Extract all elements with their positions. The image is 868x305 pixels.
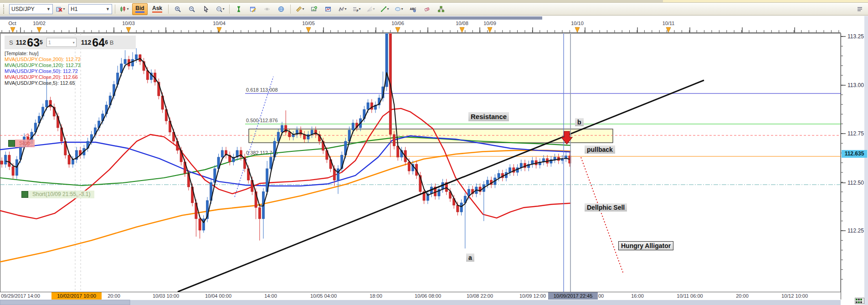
- candle: [72, 160, 74, 164]
- dropdown-arrow-icon[interactable]: ▼: [106, 7, 110, 11]
- stop-order-marker[interactable]: Stop: [8, 140, 35, 147]
- hierarchy-icon[interactable]: [435, 4, 447, 15]
- trend-line-icon-dropdown[interactable]: ▾: [387, 7, 389, 11]
- main-toolbar: USD/JPY▼▾H1▼▾BidAsk▾▾▾F▾▾▾▾ABC: [0, 3, 868, 16]
- zoom-area-icon[interactable]: ▾: [214, 4, 226, 15]
- candle: [221, 150, 223, 157]
- chart-mode-mini-icon[interactable]: [855, 298, 864, 304]
- zigzag-icon[interactable]: ▾: [336, 4, 349, 15]
- time-axis-label: 14:00: [264, 293, 277, 299]
- stop-drag-handle-icon[interactable]: [8, 140, 15, 147]
- time-axis-label: 10/09 12:00: [519, 293, 546, 299]
- zoom-in-icon[interactable]: [171, 4, 184, 15]
- zoom-out-icon[interactable]: [185, 4, 198, 15]
- zigzag-icon-dropdown[interactable]: ▾: [345, 7, 347, 11]
- fit-vertical-icon[interactable]: [232, 4, 245, 15]
- fib-lines-icon[interactable]: F▾: [350, 4, 363, 15]
- dellphic-sell-annotation[interactable]: Dellphic Sell: [585, 203, 627, 212]
- toolbar-separator: [115, 5, 115, 14]
- top-axis-date-label: 10/08: [456, 21, 468, 26]
- resistance-annotation[interactable]: Resistance: [468, 112, 509, 121]
- highlighted-time-cursor: 10/09/2017 22:45: [548, 292, 598, 300]
- svg-text:F: F: [356, 9, 359, 12]
- chart-type-icon-dropdown[interactable]: ▾: [127, 7, 128, 11]
- add-image-icon[interactable]: [308, 4, 320, 15]
- point-b-annotation[interactable]: b: [575, 118, 584, 126]
- chart-type-icon[interactable]: ▾: [118, 4, 131, 15]
- symbol-select[interactable]: USD/JPY▼: [9, 4, 53, 14]
- time-axis-label: 09/29/2017 14:00: [1, 293, 40, 299]
- timeframe-select-value: H1: [71, 6, 77, 12]
- short-drag-handle-icon[interactable]: [21, 191, 28, 198]
- ruler-icon[interactable]: ▾: [293, 4, 306, 15]
- top-axis-date-label: Oct: [8, 21, 16, 26]
- highlighted-time-start: 10/02/2017 10:00: [51, 292, 102, 300]
- time-axis-label: 10/11 06:00: [677, 293, 703, 299]
- time-axis-label: 10/06 08:00: [415, 293, 441, 299]
- ask-button-label: Ask: [152, 5, 162, 11]
- symbol-remove-icon-dropdown[interactable]: ▾: [63, 7, 65, 11]
- candle: [46, 100, 48, 107]
- time-axis-label: 10/04 00:00: [205, 293, 231, 299]
- time-axis-label: 18:00: [370, 293, 382, 299]
- candle: [498, 173, 500, 178]
- pointer-icon[interactable]: [200, 4, 212, 15]
- point-a-annotation[interactable]: a: [466, 253, 474, 262]
- price-chart-canvas[interactable]: Oct10/0210/0310/0410/0510/0610/0810/0910…: [0, 16, 868, 305]
- ellipse-icon-dropdown[interactable]: ▾: [401, 7, 403, 11]
- globe-icon[interactable]: [275, 4, 288, 15]
- stop-line-handle[interactable]: [26, 134, 29, 137]
- timeframe-select[interactable]: H1▼: [68, 4, 112, 14]
- active-tab-strip: [663, 0, 868, 2]
- trend-line-icon[interactable]: ▾: [378, 4, 391, 15]
- candle: [199, 219, 201, 230]
- text-tool-icon[interactable]: ABC: [406, 4, 419, 15]
- candle: [5, 155, 7, 164]
- hungry-alligator-annotation[interactable]: Hungry Alligator: [618, 241, 673, 250]
- time-axis-label: 16:00: [631, 293, 644, 299]
- chart-area[interactable]: Oct10/0210/0310/0410/0510/0610/0810/0910…: [0, 16, 868, 305]
- chart-scrollbar-thumb[interactable]: [0, 300, 130, 305]
- candle: [457, 205, 459, 212]
- short-position-marker[interactable]: Short(10/09 21:55, -3.1): [21, 191, 94, 198]
- candle: [307, 134, 309, 139]
- annotate-window-icon[interactable]: [247, 4, 259, 15]
- volume-input[interactable]: 1 ▾: [46, 38, 77, 47]
- mva-20-label: MVA(USD/JPY.Close,20): 112.66: [5, 74, 81, 80]
- ellipse-icon[interactable]: ▾: [392, 4, 405, 15]
- candle: [393, 134, 395, 146]
- time-axis-label: 00: [598, 293, 604, 299]
- menu-icon[interactable]: [853, 4, 866, 15]
- bid-button[interactable]: Bid: [132, 3, 148, 15]
- fib-lines-icon-dropdown[interactable]: ▾: [359, 7, 361, 11]
- candle: [460, 203, 462, 212]
- pullback-annotation[interactable]: pullback: [585, 145, 615, 154]
- volume-dropdown-icon[interactable]: ▾: [73, 41, 75, 45]
- time-axis-label: 10/12 10:00: [781, 293, 808, 299]
- candle: [337, 169, 339, 180]
- price-axis-label: 112.25: [847, 227, 864, 234]
- top-axis-date-label: 10/05: [302, 21, 315, 26]
- ask-button-underline: [152, 11, 162, 13]
- volume-value: 1: [48, 40, 51, 45]
- fib-level-label: 0.500 112.876: [246, 118, 278, 123]
- time-axis-label: 20:00: [736, 293, 749, 299]
- ruler-icon-dropdown[interactable]: ▾: [303, 7, 304, 11]
- fan-lines-icon-dropdown[interactable]: ▾: [373, 7, 375, 11]
- candle: [8, 155, 10, 166]
- top-axis-date-label: 10/02: [33, 21, 46, 26]
- zoom-area-icon-dropdown[interactable]: ▾: [223, 7, 225, 11]
- toolbar-grip[interactable]: [3, 5, 6, 14]
- ask-handle: 112: [81, 39, 92, 46]
- ask-button[interactable]: Ask: [149, 3, 165, 15]
- candle: [68, 155, 70, 164]
- candle: [12, 166, 14, 176]
- symbol-remove-icon[interactable]: ▾: [54, 4, 67, 15]
- fan-lines-icon: ▾: [364, 4, 377, 15]
- candle: [352, 123, 354, 130]
- chart-window-icon[interactable]: [322, 4, 334, 15]
- dropdown-arrow-icon[interactable]: ▼: [46, 7, 51, 11]
- mva-5-label: MVA(USD/JPY.Close,5): 112.65: [5, 80, 81, 86]
- eraser-icon[interactable]: [421, 4, 433, 15]
- time-axis-label: 10/05 04:00: [310, 293, 337, 299]
